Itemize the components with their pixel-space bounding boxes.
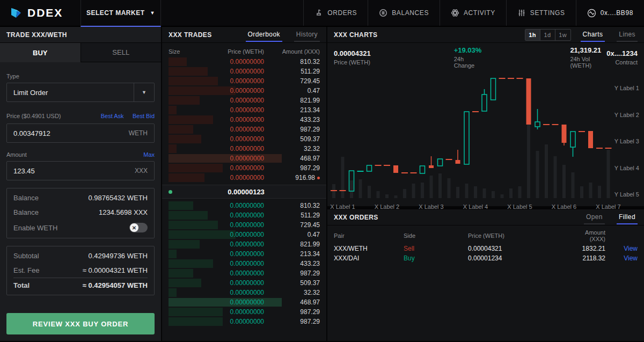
nav-item-orders[interactable]: ORDERS — [303, 0, 368, 26]
ask-row[interactable]: 0.00000000916.98 — [162, 173, 326, 183]
volume-bar — [448, 178, 451, 198]
col-order-amount: Amount (XXX) — [575, 229, 605, 242]
review-order-button[interactable]: REVIEW XXX BUY ORDER — [6, 313, 155, 334]
bid-row[interactable]: 0.00000000987.29 — [162, 317, 326, 326]
price-input[interactable]: 0.00347912 WETH — [6, 123, 155, 143]
volume-bar — [572, 172, 575, 198]
stat-contract-label: Contract — [606, 59, 638, 66]
activity-icon — [451, 9, 459, 17]
interval-1h[interactable]: 1h — [525, 30, 540, 40]
tab-filled[interactable]: Filled — [617, 210, 638, 224]
y-axis-label: Y Label 2 — [614, 112, 639, 118]
amount-cell: 916.98 — [264, 174, 320, 181]
stat-price-value: 0.00004321 — [334, 49, 371, 57]
bid-row[interactable]: 0.00000000821.99 — [162, 239, 326, 249]
price-cell: 0.00000000 — [206, 308, 264, 316]
volume-bar — [377, 191, 380, 198]
ask-row[interactable]: 0.00000000729.45 — [162, 76, 326, 86]
size-bar — [169, 288, 177, 297]
nav-item-settings[interactable]: SETTINGS — [506, 0, 576, 26]
volume-bar — [456, 187, 459, 198]
amount-cell: 821.99 — [264, 241, 320, 248]
bids-list: 0.00000000810.320.00000000511.290.000000… — [162, 201, 326, 326]
orderbook-column-headers: Size Price (WETH) Amount (XXX) — [162, 43, 326, 57]
order-row: XXX/WETHSell0.000043211832.21View — [327, 244, 644, 253]
col-size: Size — [169, 48, 206, 55]
bull-candle — [482, 94, 487, 111]
size-bar — [169, 250, 177, 258]
bid-row[interactable]: 0.000000000.47 — [162, 230, 326, 239]
best-bid-link[interactable]: Best Bid — [133, 113, 155, 119]
y-axis-label: Y Label 4 — [614, 165, 639, 171]
ask-row[interactable]: 0.00000000433.23 — [162, 115, 326, 125]
wallet-button[interactable]: 0x....BB98 — [576, 0, 644, 26]
bid-row[interactable]: 0.00000000468.97 — [162, 297, 326, 307]
ask-row[interactable]: 0.000000000.47 — [162, 86, 326, 96]
amount-cell: 433.23 — [264, 260, 320, 267]
bid-row[interactable]: 0.00000000987.29 — [162, 268, 326, 278]
bid-row[interactable]: 0.00000000433.23 — [162, 259, 326, 268]
tab-history[interactable]: History — [294, 27, 320, 42]
tab-charts[interactable]: Charts — [581, 27, 605, 42]
brand-logo[interactable]: DDEX — [0, 0, 80, 26]
settings-icon — [517, 9, 526, 17]
wallet-icon — [587, 9, 596, 18]
bid-row[interactable]: 0.00000000213.34 — [162, 249, 326, 259]
amount-cell: 987.29 — [264, 126, 320, 133]
subtotal-value: 0.42949736 WETH — [88, 252, 148, 260]
price-cell: 0.00000000 — [206, 318, 264, 325]
ask-row[interactable]: 0.00000000821.99 — [162, 96, 326, 105]
bid-row[interactable]: 0.00000000511.29 — [162, 210, 326, 220]
amount-cell: 0.47 — [264, 87, 320, 94]
tab-sell[interactable]: SELL — [80, 43, 162, 62]
ask-row[interactable]: 0.00000000987.29 — [162, 125, 326, 134]
bull-candle — [570, 132, 575, 147]
y-axis-label: Y Label 1 — [614, 85, 639, 91]
volume-bar — [483, 188, 486, 198]
tab-orderbook[interactable]: Orderbook — [246, 27, 282, 42]
ask-row[interactable]: 0.0000000032.32 — [162, 144, 326, 154]
ask-row[interactable]: 0.00000000810.32 — [162, 57, 326, 67]
view-link[interactable]: View — [605, 254, 638, 262]
candlestick-chart[interactable]: X Label 1X Label 2X Label 3X Label 4X La… — [327, 73, 644, 215]
price-cell: 0.00000000 — [206, 279, 264, 287]
select-market-dropdown[interactable]: SELECT MARKET ▼ — [80, 0, 161, 27]
interval-1d[interactable]: 1d — [540, 30, 555, 40]
bid-row[interactable]: 0.00000000810.32 — [162, 201, 326, 210]
view-link[interactable]: View — [605, 245, 638, 252]
tab-lines[interactable]: Lines — [617, 27, 638, 42]
volume-bar — [394, 195, 398, 198]
nav-item-balances[interactable]: BALANCES — [368, 0, 440, 26]
ask-row[interactable]: 0.00000000987.29 — [162, 163, 326, 173]
best-ask-link[interactable]: Best Ask — [101, 113, 124, 119]
enable-weth-toggle[interactable]: ✕ — [129, 223, 148, 232]
volume-bar — [465, 184, 469, 198]
amount-cell: 468.97 — [264, 299, 320, 306]
pair-cell: XXX/DAI — [334, 254, 404, 262]
order-amount-cell: 2118.32 — [575, 254, 605, 262]
amount-cell: 987.29 — [264, 318, 320, 325]
volume-bar — [474, 186, 477, 198]
order-type-select[interactable]: Limit Order ▼ — [6, 83, 155, 102]
price-cell: 0.00000000 — [206, 58, 264, 66]
interval-1w[interactable]: 1w — [555, 30, 570, 40]
bid-row[interactable]: 0.00000000509.37 — [162, 278, 326, 288]
max-link[interactable]: Max — [143, 151, 155, 158]
bid-row[interactable]: 0.0000000032.32 — [162, 288, 326, 297]
col-amount: Amount (XXX) — [264, 48, 320, 55]
amount-cell: 987.29 — [264, 164, 320, 172]
bear-candle — [562, 125, 567, 143]
bid-row[interactable]: 0.00000000729.45 — [162, 220, 326, 230]
order-price-cell: 0.00004321 — [468, 245, 575, 252]
ask-row[interactable]: 0.00000000213.34 — [162, 105, 326, 115]
amount-cell: 213.34 — [264, 250, 320, 258]
size-bar — [169, 173, 204, 182]
bid-row[interactable]: 0.00000000987.29 — [162, 307, 326, 317]
tab-open[interactable]: Open — [584, 210, 605, 224]
ask-row[interactable]: 0.00000000509.37 — [162, 134, 326, 144]
amount-input[interactable]: 123.45 XXX — [6, 161, 155, 180]
tab-buy[interactable]: BUY — [0, 43, 80, 62]
nav-item-activity[interactable]: ACTIVITY — [440, 0, 506, 26]
ask-row[interactable]: 0.00000000468.97 — [162, 154, 326, 163]
ask-row[interactable]: 0.00000000511.29 — [162, 67, 326, 76]
